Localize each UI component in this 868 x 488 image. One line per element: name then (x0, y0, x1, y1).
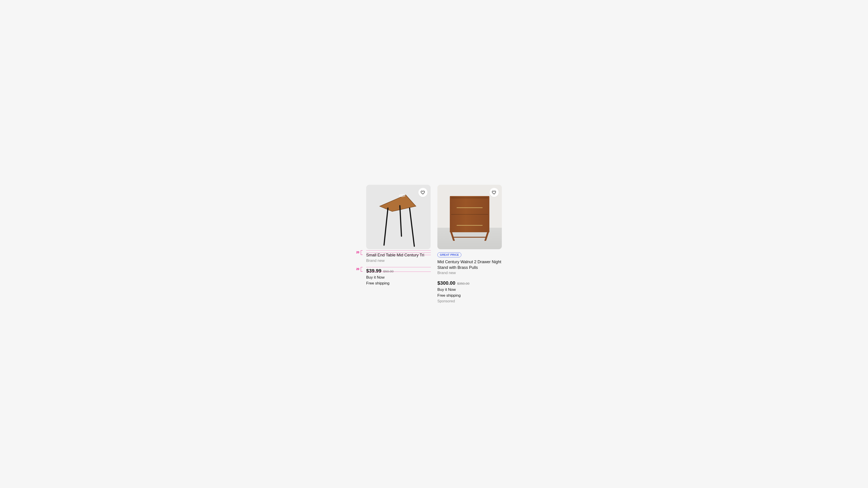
product-condition: Brand new (437, 271, 502, 275)
nightstand-legs-illustration (450, 232, 489, 241)
spacing-value: 20 (356, 251, 359, 254)
product-old-price: $350.00 (457, 281, 469, 285)
sponsored-label: Sponsored (437, 299, 502, 303)
product-meta: Small End Table Mid Century Tri Brand ne… (366, 249, 431, 285)
product-old-price: $50.00 (383, 269, 394, 273)
product-card[interactable]: 20 Small End Table Mid Century Tri Brand… (366, 185, 431, 303)
design-spec-canvas: 20 Small End Table Mid Century Tri Brand… (269, 185, 599, 303)
purchase-type: Buy it Now (437, 287, 502, 292)
table-leg-illustration (409, 208, 415, 247)
product-price: $300.00 (437, 280, 456, 286)
shipping-info: Free shipping (437, 293, 502, 298)
product-condition: Brand new (366, 258, 431, 263)
product-meta: GREAT PRICE Mid Century Walnut 2 Drawer … (437, 249, 502, 303)
spacing-value: 20 (356, 268, 359, 271)
shipping-info: Free shipping (366, 281, 431, 285)
heart-icon (492, 190, 496, 195)
table-top-illustration (379, 194, 417, 212)
heart-icon (421, 190, 425, 195)
product-price: $39.99 (366, 268, 381, 274)
purchase-type: Buy it Now (366, 275, 431, 280)
price-badge: GREAT PRICE (437, 252, 461, 257)
product-grid: 20 Small End Table Mid Century Tri Brand… (269, 185, 599, 303)
price-row: $39.99 $50.00 (366, 268, 431, 274)
product-card[interactable]: GREAT PRICE Mid Century Walnut 2 Drawer … (437, 185, 502, 303)
favorite-button[interactable] (418, 188, 428, 197)
product-image[interactable] (437, 185, 502, 249)
product-image[interactable] (366, 185, 431, 249)
table-leg-illustration (383, 207, 389, 246)
svg-marker-0 (380, 195, 416, 211)
nightstand-illustration (450, 196, 489, 232)
product-title[interactable]: Small End Table Mid Century Tri (366, 252, 431, 258)
price-row: $300.00 $350.00 (437, 280, 502, 286)
favorite-button[interactable] (490, 188, 499, 197)
product-title[interactable]: Mid Century Walnut 2 Drawer Night Stand … (437, 259, 502, 270)
